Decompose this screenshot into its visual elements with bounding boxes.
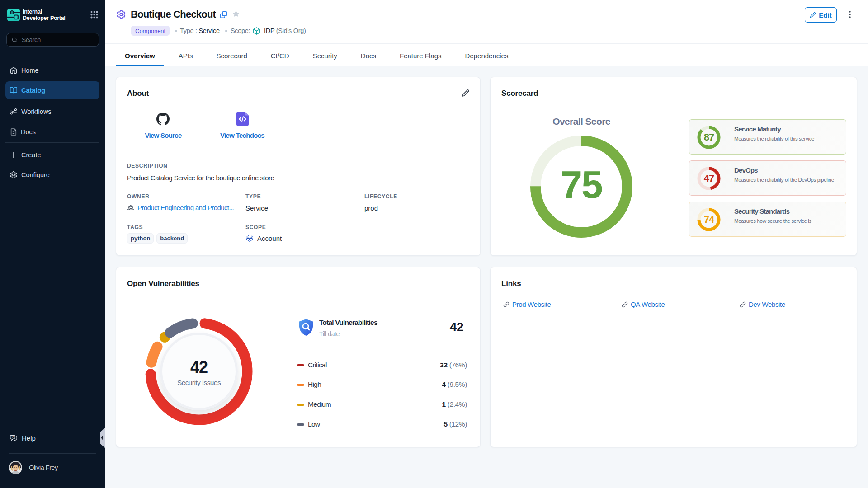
svg-text:?: ? xyxy=(12,436,14,439)
